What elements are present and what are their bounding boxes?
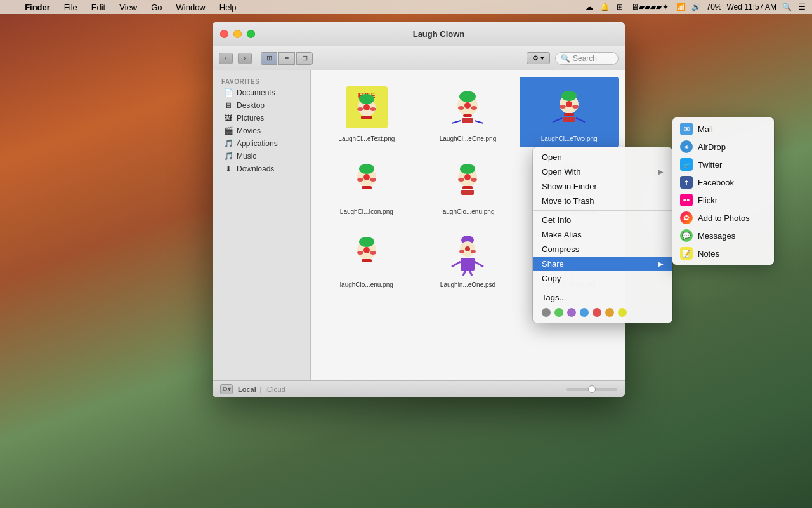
ctx-make-alias[interactable]: Make Alias (533, 227, 672, 242)
svg-rect-59 (461, 258, 475, 271)
list-view-button[interactable]: ≡ (278, 52, 295, 65)
sort-arrow: ▾ (540, 54, 544, 62)
ctx-show-finder[interactable]: Show in Finder (533, 179, 672, 194)
file-item-4[interactable]: LaughCl...Icon.png (317, 150, 416, 220)
sort-button[interactable]: ⚙ ▾ (527, 52, 550, 64)
share-messages-label: Messages (698, 231, 735, 241)
ctx-tags[interactable]: Tags... (533, 290, 672, 305)
share-flickr[interactable]: ●● Flickr (672, 191, 774, 209)
menubar-view[interactable]: View (117, 3, 140, 12)
minimize-button[interactable] (233, 30, 242, 38)
share-airdrop[interactable]: ◈ AirDrop (672, 138, 774, 156)
menubar-window[interactable]: Window (174, 3, 208, 12)
svg-point-4 (363, 104, 370, 110)
share-arrow: ▶ (658, 260, 664, 267)
volume-icon: 🔊 (691, 2, 701, 12)
share-messages[interactable]: 💬 Messages (672, 227, 774, 244)
file-thumbnail-4 (341, 155, 392, 206)
svg-line-63 (469, 271, 472, 276)
share-facebook[interactable]: f Facebook (672, 173, 774, 191)
svg-rect-7 (361, 116, 372, 119)
column-view-button[interactable]: ⊟ (296, 52, 313, 65)
menubar-finder[interactable]: Finder (22, 3, 53, 12)
facebook-icon: f (680, 176, 693, 189)
pictures-icon: 🖼 (224, 114, 233, 123)
share-notes[interactable]: 📝 Notes (672, 244, 774, 262)
file-item-8[interactable]: Laughin...eOne.psd (419, 223, 518, 293)
finder-statusbar: ⚙▾ Local | iCloud (213, 380, 625, 397)
svg-point-56 (465, 246, 470, 251)
svg-point-52 (370, 251, 376, 255)
share-mail[interactable]: ✉ Mail (672, 120, 774, 138)
file-thumbnail-8 (442, 228, 493, 279)
menubar-right: ☁ 🔔 ⊞ 🖥 ▰▰▰▰ ✦ 📶 🔊 70% Wed 11:57 AM 🔍 ☰ (584, 2, 807, 12)
share-twitter[interactable]: 🐦 Twitter (672, 156, 774, 173)
menubar-left:  Finder File Edit View Go Window Help (5, 2, 239, 12)
finder-titlebar: Laugh Clown (213, 22, 625, 46)
share-add-photos[interactable]: ✿ Add to Photos (672, 209, 774, 227)
svg-point-9 (459, 91, 476, 102)
notification-center-icon[interactable]: ☰ (797, 2, 807, 12)
local-button[interactable]: Local (238, 385, 256, 393)
file-item-3[interactable]: LaughCl...eTwo.png (520, 77, 619, 147)
forward-button[interactable]: › (238, 53, 252, 64)
menubar-edit[interactable]: Edit (89, 3, 108, 12)
file-thumbnail-1: FREE (341, 82, 392, 133)
ctx-copy[interactable]: Copy (533, 271, 672, 286)
ctx-make-alias-label: Make Alias (542, 230, 582, 239)
search-placeholder: Search (573, 54, 597, 63)
tag-orange[interactable] (605, 308, 614, 317)
file-item-7[interactable]: laughClo...enu.png (317, 223, 416, 293)
svg-rect-31 (362, 186, 372, 189)
menubar-help[interactable]: Help (217, 3, 239, 12)
icon-view-button[interactable]: ⊞ (261, 52, 277, 65)
music-icon: 🎵 (224, 152, 233, 161)
tag-blue[interactable] (580, 308, 589, 317)
share-facebook-label: Facebook (698, 178, 734, 187)
ctx-trash[interactable]: Move to Trash (533, 194, 672, 208)
file-name-4: LaughCl...Icon.png (340, 208, 393, 215)
file-name-7: laughClo...enu.png (340, 281, 393, 288)
sidebar-item-desktop[interactable]: 🖥 Desktop (215, 99, 308, 112)
desktop-icon: 🖥 (224, 101, 233, 110)
file-item-5[interactable]: laughClo...enu.png (419, 150, 518, 220)
maximize-button[interactable] (247, 30, 255, 38)
file-item-2[interactable]: LaughCl...eOne.png (419, 77, 518, 147)
menubar:  Finder File Edit View Go Window Help ☁… (0, 0, 812, 14)
ctx-share[interactable]: Share ▶ (533, 257, 672, 271)
tag-purple[interactable] (567, 308, 576, 317)
size-slider[interactable] (566, 388, 617, 391)
sidebar-item-documents[interactable]: 📄 Documents (215, 86, 308, 99)
ctx-open-with[interactable]: Open With ▶ (533, 164, 672, 179)
sidebar-item-music[interactable]: 🎵 Music (215, 150, 308, 163)
file-item-1[interactable]: FREE LaughCl...eText.png (317, 77, 416, 147)
tag-red[interactable] (593, 308, 601, 317)
svg-line-60 (452, 262, 461, 267)
tag-gray[interactable] (542, 308, 551, 317)
sidebar-label-applications: Applications (237, 139, 278, 148)
menubar-file[interactable]: File (62, 3, 80, 12)
sidebar-item-applications[interactable]: 🎵 Applications (215, 137, 308, 150)
close-button[interactable] (220, 30, 228, 38)
menubar-search-icon[interactable]: 🔍 (782, 2, 792, 12)
tag-green[interactable] (554, 308, 563, 317)
file-thumbnail-2 (442, 82, 493, 133)
ctx-open[interactable]: Open (533, 150, 672, 164)
back-button[interactable]: ‹ (219, 53, 233, 64)
sidebar-item-pictures[interactable]: 🖼 Pictures (215, 112, 308, 124)
gear-button[interactable]: ⚙▾ (220, 384, 233, 394)
sidebar-item-downloads[interactable]: ⬇ Downloads (215, 163, 308, 175)
tag-yellow[interactable] (618, 308, 627, 317)
svg-rect-53 (362, 259, 372, 262)
apple-menu[interactable]:  (5, 2, 13, 12)
view-buttons: ⊞ ≡ ⊟ (261, 52, 313, 65)
svg-point-51 (357, 251, 363, 255)
search-box[interactable]: 🔍 Search (555, 52, 619, 65)
icloud-button[interactable]: iCloud (266, 385, 285, 393)
sidebar-item-movies[interactable]: 🎬 Movies (215, 124, 308, 137)
menubar-go[interactable]: Go (148, 3, 164, 12)
ctx-compress[interactable]: Compress (533, 242, 672, 257)
svg-point-36 (471, 178, 477, 182)
ctx-get-info[interactable]: Get Info (533, 213, 672, 227)
battery-bar-icon: ▰▰▰▰ (645, 2, 655, 12)
